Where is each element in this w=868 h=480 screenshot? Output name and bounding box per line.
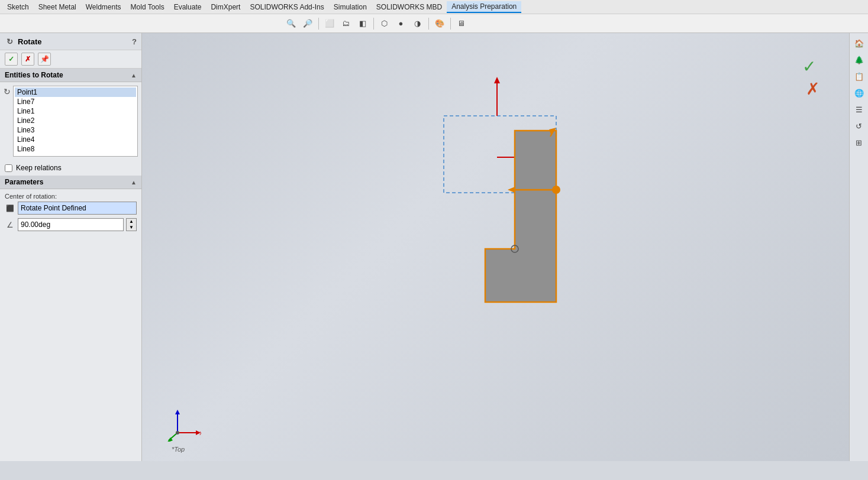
- entity-list-icon-row: ↻ Point1 Line7 Line1 Line2 Line3 Line4 L…: [4, 86, 138, 157]
- left-panel: ↻ Rotate ? ✓ ✗ 📌 Entities to Rotate ▲ ↻ …: [0, 33, 142, 461]
- menu-sketch[interactable]: Sketch: [2, 2, 34, 12]
- toolbar2-color[interactable]: 🎨: [432, 16, 447, 31]
- entities-section-arrow: ▲: [131, 72, 137, 79]
- panel-title: ↻ Rotate ?: [0, 33, 141, 50]
- help-icon[interactable]: ?: [132, 37, 137, 46]
- entity-item-5[interactable]: Line4: [15, 135, 136, 144]
- menu-analysis-preparation[interactable]: Analysis Preparation: [447, 1, 521, 13]
- svg-marker-1: [175, 410, 180, 414]
- rotate-point-icon: ⬛: [5, 203, 15, 213]
- right-toolbar: 🏠 🌲 📋 🌐 ☰ ↺ ⊞: [849, 33, 868, 461]
- toolbar2-half[interactable]: ◑: [410, 16, 425, 31]
- entity-list[interactable]: Point1 Line7 Line1 Line2 Line3 Line4 Lin…: [13, 86, 138, 157]
- toolbar2-cube[interactable]: ⬡: [377, 16, 392, 31]
- angle-spinner[interactable]: ▲ ▼: [126, 218, 137, 231]
- entity-rotate-icon: ↻: [4, 87, 11, 96]
- axis-svg: X: [166, 406, 201, 442]
- entity-list-container: ↻ Point1 Line7 Line1 Line2 Line3 Line4 L…: [0, 82, 141, 160]
- menu-weldments[interactable]: Weldments: [81, 2, 126, 12]
- menu-solidworks-addins[interactable]: SOLIDWORKS Add-Ins: [245, 2, 328, 12]
- toolbar2-sphere[interactable]: ●: [393, 16, 409, 31]
- entity-item-4[interactable]: Line3: [15, 125, 136, 135]
- toolbar2-view[interactable]: 🗂: [338, 16, 354, 31]
- center-of-rotation-label: Center of rotation:: [5, 193, 137, 200]
- right-layers-btn[interactable]: 📋: [851, 69, 867, 84]
- toolbar2-zoom-out[interactable]: 🔎: [300, 16, 315, 31]
- keep-relations-row: Keep relations: [0, 160, 141, 176]
- menu-solidworks-mbd[interactable]: SOLIDWORKS MBD: [372, 2, 447, 12]
- toolbar2-sep3: [428, 18, 429, 30]
- entity-item-1[interactable]: Line7: [15, 97, 136, 106]
- entity-item-3[interactable]: Line2: [15, 116, 136, 125]
- top-label: *Top: [172, 446, 185, 453]
- angle-down-button[interactable]: ▼: [127, 225, 136, 231]
- right-expand-btn[interactable]: ⊞: [851, 135, 867, 150]
- menu-evaluate[interactable]: Evaluate: [169, 2, 206, 12]
- menu-dimxpert[interactable]: DimXpert: [206, 2, 245, 12]
- params-container: Center of rotation: ⬛ ∠ ▲ ▼: [0, 189, 141, 238]
- entities-section-label: Entities to Rotate: [5, 71, 63, 79]
- toolbar2: 🔍 🔎 ⬜ 🗂 ◧ ⬡ ● ◑ 🎨 🖥: [0, 14, 868, 33]
- panel-actions: ✓ ✗ 📌: [0, 50, 141, 69]
- pin-button[interactable]: 📌: [38, 53, 51, 66]
- menu-simulation[interactable]: Simulation: [329, 2, 372, 12]
- entity-item-0[interactable]: Point1: [15, 87, 136, 97]
- svg-point-7: [176, 431, 179, 434]
- ok-button[interactable]: ✓: [5, 53, 18, 66]
- parameters-section-header[interactable]: Parameters ▲: [0, 176, 141, 189]
- right-refresh-btn[interactable]: ↺: [851, 118, 867, 134]
- menu-mold-tools[interactable]: Mold Tools: [126, 2, 169, 12]
- menubar: Sketch Sheet Metal Weldments Mold Tools …: [0, 0, 868, 14]
- cancel-button[interactable]: ✗: [21, 53, 34, 66]
- svg-text:X: X: [199, 430, 201, 436]
- toolbar2-display[interactable]: 🖥: [454, 16, 469, 31]
- l-shape-body: [485, 190, 556, 302]
- right-tree-btn[interactable]: 🌲: [851, 52, 867, 67]
- angle-row: ∠ ▲ ▼: [5, 218, 137, 231]
- rotate-point-row: ⬛: [5, 202, 137, 215]
- entity-item-6[interactable]: Line8: [15, 144, 136, 154]
- right-home-btn[interactable]: 🏠: [851, 35, 867, 51]
- main-layout: ↻ Rotate ? ✓ ✗ 📌 Entities to Rotate ▲ ↻ …: [0, 33, 868, 461]
- angle-input[interactable]: [18, 218, 124, 231]
- axis-y-arrow: [494, 77, 500, 83]
- rotate-icon: ↻: [5, 37, 14, 46]
- menu-sheet-metal[interactable]: Sheet Metal: [34, 2, 81, 12]
- keep-relations-label: Keep relations: [16, 164, 62, 172]
- entities-section-header[interactable]: Entities to Rotate ▲: [0, 69, 141, 82]
- panel-title-text: Rotate: [18, 37, 41, 46]
- l-shape-top-right: [515, 131, 556, 190]
- toolbar2-zoom-in[interactable]: 🔍: [283, 16, 299, 31]
- toolbar2-sep2: [373, 18, 374, 30]
- right-list-btn[interactable]: ☰: [851, 102, 867, 117]
- rotation-dot: [552, 186, 560, 194]
- toolbar2-sep4: [450, 18, 451, 30]
- toolbar2-hidden[interactable]: ◧: [355, 16, 370, 31]
- toolbar2-box[interactable]: ⬜: [322, 16, 337, 31]
- rotate-point-input[interactable]: [18, 202, 137, 215]
- keep-relations-checkbox[interactable]: [5, 164, 12, 172]
- angle-up-button[interactable]: ▲: [127, 219, 136, 225]
- parameters-section-arrow: ▲: [131, 179, 137, 186]
- cad-canvas: [142, 33, 849, 461]
- parameters-section-label: Parameters: [5, 178, 43, 186]
- angle-icon: ∠: [5, 219, 15, 230]
- entity-item-2[interactable]: Line1: [15, 106, 136, 116]
- axis-indicator: X: [166, 406, 201, 443]
- viewport[interactable]: ✓ ✗: [142, 33, 849, 461]
- right-globe-btn[interactable]: 🌐: [851, 85, 867, 100]
- toolbar2-sep1: [318, 18, 319, 30]
- move-arrow-head-2: [508, 187, 515, 193]
